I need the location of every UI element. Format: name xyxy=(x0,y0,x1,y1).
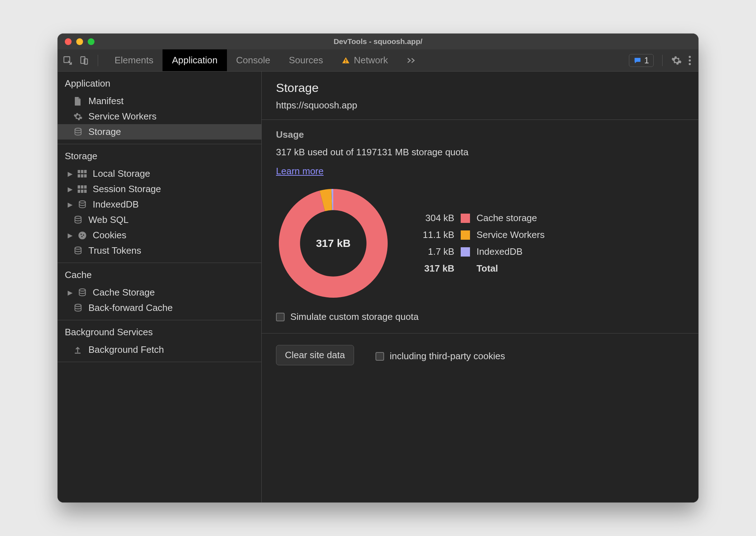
db-icon xyxy=(78,288,88,297)
db-icon xyxy=(73,246,84,255)
tab-application[interactable]: Application xyxy=(163,49,227,71)
sidebar-item-label: Session Storage xyxy=(93,184,161,195)
third-party-cookies-checkbox[interactable]: including third-party cookies xyxy=(375,351,505,362)
origin-url: https://squoosh.app xyxy=(276,100,684,111)
sidebar-item-background-fetch[interactable]: Background Fetch xyxy=(58,342,261,357)
chevron-right-icon: ▶ xyxy=(68,170,73,178)
svg-rect-4 xyxy=(345,62,346,63)
settings-icon[interactable] xyxy=(671,55,682,66)
db-icon xyxy=(73,303,84,313)
toolbar-divider xyxy=(98,55,98,66)
inspect-icon[interactable] xyxy=(63,55,73,65)
svg-point-22 xyxy=(75,216,81,219)
checkbox-icon xyxy=(375,352,384,361)
svg-point-25 xyxy=(83,234,84,235)
legend-label: Total xyxy=(476,263,544,274)
sidebar-item-local-storage[interactable]: ▶Local Storage xyxy=(58,166,261,181)
sidebar-item-indexeddb[interactable]: ▶IndexedDB xyxy=(58,197,261,212)
panel-title: Storage xyxy=(276,81,684,95)
tab-sources[interactable]: Sources xyxy=(280,49,332,71)
sidebar-item-service-workers[interactable]: Service Workers xyxy=(58,109,261,124)
chevron-double-right-icon xyxy=(407,57,417,64)
svg-rect-9 xyxy=(78,170,80,173)
legend-value: 317 kB xyxy=(423,263,454,274)
svg-rect-16 xyxy=(81,185,83,189)
titlebar: DevTools - squoosh.app/ xyxy=(58,34,698,49)
svg-rect-20 xyxy=(84,190,87,193)
tab-network[interactable]: Network xyxy=(332,49,397,71)
kebab-menu-icon[interactable] xyxy=(688,55,691,65)
svg-point-29 xyxy=(75,304,81,307)
message-icon xyxy=(634,57,641,64)
cookie-icon xyxy=(78,231,88,240)
sidebar-item-label: Web SQL xyxy=(88,214,129,225)
svg-point-27 xyxy=(75,247,81,249)
zoom-window-button[interactable] xyxy=(88,38,94,45)
legend-value: 304 kB xyxy=(423,213,454,224)
device-toolbar-icon[interactable] xyxy=(79,55,89,65)
legend-label: Service Workers xyxy=(476,229,544,240)
sidebar-item-storage[interactable]: Storage xyxy=(58,124,261,140)
svg-rect-17 xyxy=(84,185,87,189)
sidebar-item-web-sql[interactable]: Web SQL xyxy=(58,212,261,228)
svg-point-23 xyxy=(78,232,86,239)
sidebar-section: Cache▶Cache StorageBack-forward Cache xyxy=(58,263,261,320)
legend-swatch xyxy=(461,214,470,223)
learn-more-link[interactable]: Learn more xyxy=(276,166,324,176)
devtools-window: DevTools - squoosh.app/ Elements Applica… xyxy=(58,34,698,502)
content-split: ApplicationManifestService WorkersStorag… xyxy=(58,72,698,502)
legend-swatch xyxy=(461,230,470,240)
svg-rect-10 xyxy=(81,170,83,173)
svg-point-24 xyxy=(81,234,82,235)
sidebar-section: Background ServicesBackground Fetch xyxy=(58,320,261,362)
sidebar-section: Storage▶Local Storage▶Session Storage▶In… xyxy=(58,144,261,263)
chevron-right-icon: ▶ xyxy=(68,232,73,239)
sidebar-item-session-storage[interactable]: ▶Session Storage xyxy=(58,181,261,197)
donut-center-label: 317 kB xyxy=(276,186,391,301)
svg-rect-19 xyxy=(81,190,83,193)
svg-point-5 xyxy=(689,56,691,58)
clear-site-data-button[interactable]: Clear site data xyxy=(276,345,354,365)
grid-icon xyxy=(78,170,88,178)
svg-rect-13 xyxy=(81,174,83,177)
sidebar-item-manifest[interactable]: Manifest xyxy=(58,93,261,109)
sidebar-item-trust-tokens[interactable]: Trust Tokens xyxy=(58,243,261,258)
sidebar-item-label: Background Fetch xyxy=(88,344,164,355)
svg-rect-11 xyxy=(84,170,87,173)
file-icon xyxy=(73,96,84,106)
usage-chart-row: 317 kB 304 kBCache storage11.1 kBService… xyxy=(276,186,684,301)
sidebar-item-label: IndexedDB xyxy=(93,199,139,210)
tab-console[interactable]: Console xyxy=(227,49,280,71)
legend-value: 11.1 kB xyxy=(423,229,454,240)
sidebar-item-label: Cookies xyxy=(93,230,126,241)
usage-legend: 304 kBCache storage11.1 kBService Worker… xyxy=(423,213,544,274)
sidebar-item-label: Trust Tokens xyxy=(88,245,141,256)
actions-row: Clear site data including third-party co… xyxy=(262,333,698,377)
sidebar-section: ApplicationManifestService WorkersStorag… xyxy=(58,72,261,144)
sidebar-item-cookies[interactable]: ▶Cookies xyxy=(58,228,261,243)
legend-swatch xyxy=(461,247,470,257)
chevron-right-icon: ▶ xyxy=(68,289,73,297)
warning-icon xyxy=(341,56,350,65)
devtools-toolbar: Elements Application Console Sources Net… xyxy=(58,49,698,72)
tab-elements[interactable]: Elements xyxy=(105,49,163,71)
messages-badge[interactable]: 1 xyxy=(629,54,654,67)
traffic-lights xyxy=(58,38,94,45)
simulate-quota-checkbox[interactable]: Simulate custom storage quota xyxy=(276,311,684,322)
usage-section: Usage 317 kB used out of 1197131 MB stor… xyxy=(262,120,698,333)
db-icon xyxy=(73,215,84,225)
more-tabs-button[interactable] xyxy=(397,49,426,71)
minimize-window-button[interactable] xyxy=(76,38,83,45)
db-icon xyxy=(73,127,84,137)
sidebar-heading: Cache xyxy=(58,263,261,285)
sidebar-heading: Storage xyxy=(58,144,261,166)
db-icon xyxy=(78,200,88,209)
svg-rect-14 xyxy=(84,174,87,177)
panel-header: Storage https://squoosh.app xyxy=(262,72,698,120)
storage-panel: Storage https://squoosh.app Usage 317 kB… xyxy=(262,72,698,502)
sidebar-item-cache-storage[interactable]: ▶Cache Storage xyxy=(58,285,261,300)
close-window-button[interactable] xyxy=(65,38,72,45)
window-title: DevTools - squoosh.app/ xyxy=(58,37,698,46)
sidebar-item-label: Cache Storage xyxy=(93,287,155,298)
sidebar-item-back-forward-cache[interactable]: Back-forward Cache xyxy=(58,300,261,316)
